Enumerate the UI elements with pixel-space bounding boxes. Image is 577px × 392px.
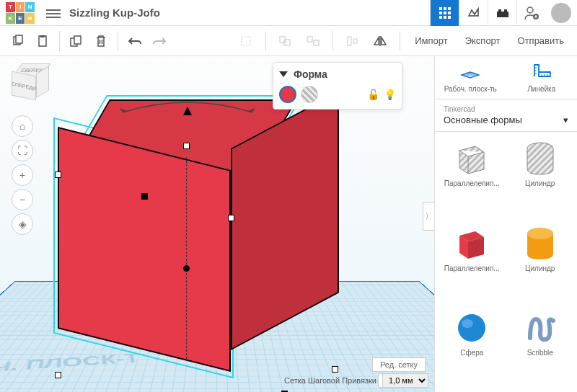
ortho-view-button[interactable]: ◈ xyxy=(12,213,33,235)
svg-rect-26 xyxy=(353,39,357,43)
svg-rect-0 xyxy=(439,7,442,10)
svg-rect-25 xyxy=(348,37,351,45)
shape-cylinder-hole[interactable]: Цилиндр xyxy=(509,138,572,217)
mirror-button[interactable] xyxy=(368,29,392,53)
svg-rect-24 xyxy=(314,40,319,45)
send-button[interactable]: Отправить xyxy=(511,35,571,46)
svg-point-12 xyxy=(527,7,533,13)
resize-handle[interactable] xyxy=(332,366,338,373)
shape-panel-title: Форма xyxy=(294,68,327,80)
resize-handle[interactable] xyxy=(183,143,190,149)
svg-rect-6 xyxy=(439,16,442,19)
svg-rect-1 xyxy=(444,7,446,10)
svg-rect-15 xyxy=(16,35,22,43)
redo-button[interactable] xyxy=(147,29,172,53)
ungroup-button[interactable] xyxy=(301,29,325,53)
svg-rect-10 xyxy=(498,9,501,12)
align-button[interactable] xyxy=(340,29,365,53)
svg-rect-23 xyxy=(307,37,312,42)
edit-grid-button[interactable]: Ред. сетку xyxy=(372,357,426,372)
snap-grid-label: Сетка Шаговой Привязки xyxy=(284,376,376,385)
shape-cylinder-orange[interactable]: Цилиндр xyxy=(509,223,572,302)
tinkercad-logo[interactable]: TINKER xyxy=(6,2,35,24)
svg-rect-16 xyxy=(39,36,46,46)
export-button[interactable]: Экспорт xyxy=(458,35,508,46)
shape-scribble[interactable]: Scribble xyxy=(509,307,572,386)
collapse-icon[interactable] xyxy=(279,71,288,77)
center-handle[interactable] xyxy=(183,265,190,272)
workplane-tool[interactable]: Рабоч. плоск-ть xyxy=(435,56,506,99)
resize-handle[interactable] xyxy=(228,215,234,221)
svg-rect-20 xyxy=(242,37,250,45)
top-bar: TINKER Sizzling Kup-Jofo xyxy=(0,0,577,26)
zoom-in-button[interactable]: + xyxy=(12,164,33,186)
shapes-grid: Параллелепип... Цилиндр Параллелепип... … xyxy=(435,132,577,392)
svg-rect-19 xyxy=(74,36,81,44)
svg-rect-9 xyxy=(497,12,508,17)
hole-button[interactable] xyxy=(301,86,318,103)
menu-icon[interactable] xyxy=(46,7,61,19)
shapes-sidebar: Рабоч. плоск-ть Линейка Tinkercad Основн… xyxy=(434,56,577,392)
svg-point-32 xyxy=(462,319,473,328)
svg-rect-8 xyxy=(448,16,451,19)
resize-handle[interactable] xyxy=(141,193,148,200)
duplicate-button[interactable] xyxy=(64,29,89,53)
svg-rect-2 xyxy=(448,7,451,10)
lightbulb-icon[interactable]: 💡 xyxy=(384,89,396,100)
svg-rect-4 xyxy=(444,12,446,14)
nav-controls: ⌂ ⛶ + − ◈ xyxy=(12,115,33,235)
copy-button[interactable] xyxy=(6,29,30,53)
resize-handle[interactable] xyxy=(55,372,61,378)
solid-color-button[interactable] xyxy=(279,86,296,103)
rotate-arc-icon[interactable] xyxy=(115,98,260,120)
shape-inspector: Форма 🔓 💡 xyxy=(273,62,402,110)
view-cube[interactable]: СВЕРХУ СПЕРЕДИ xyxy=(12,63,52,104)
shape-box-red[interactable]: Параллелепип... xyxy=(441,223,503,302)
svg-point-31 xyxy=(458,314,485,342)
undo-button[interactable] xyxy=(123,29,147,53)
delete-button[interactable] xyxy=(89,29,113,53)
chevron-down-icon: ▾ xyxy=(563,115,568,125)
lock-icon[interactable]: 🔓 xyxy=(367,89,379,100)
svg-rect-7 xyxy=(444,16,446,19)
ruler-tool[interactable]: Линейка xyxy=(506,56,578,99)
toolbar: Импорт Экспорт Отправить xyxy=(0,26,577,56)
snap-grid-select[interactable]: 1,0 мм xyxy=(382,373,428,388)
home-view-button[interactable]: ⌂ xyxy=(12,115,33,137)
svg-rect-5 xyxy=(448,12,451,14)
svg-rect-17 xyxy=(40,35,45,37)
svg-rect-11 xyxy=(504,9,507,12)
selected-cube[interactable] xyxy=(58,99,332,373)
shape-sphere-blue[interactable]: Сфера xyxy=(441,307,503,386)
grid-view-button[interactable] xyxy=(430,0,459,26)
shape-box-hole[interactable]: Параллелепип... xyxy=(441,138,503,217)
paste-button[interactable] xyxy=(30,29,55,53)
shape-category-selector[interactable]: Tinkercad Основные формы▾ xyxy=(435,99,577,132)
group-button[interactable] xyxy=(273,29,298,53)
user-avatar[interactable] xyxy=(551,3,571,23)
minecraft-button[interactable] xyxy=(459,0,488,26)
visibility-button[interactable] xyxy=(234,29,258,53)
svg-point-30 xyxy=(527,228,553,239)
expand-sidebar-button[interactable]: 〉 xyxy=(423,202,434,231)
svg-rect-3 xyxy=(439,12,442,14)
resize-handle[interactable] xyxy=(55,172,61,178)
project-title[interactable]: Sizzling Kup-Jofo xyxy=(69,6,160,19)
import-button[interactable]: Импорт xyxy=(408,35,454,46)
zoom-out-button[interactable]: − xyxy=(12,189,33,210)
add-user-button[interactable] xyxy=(516,0,545,26)
lego-button[interactable] xyxy=(488,0,516,26)
fit-view-button[interactable]: ⛶ xyxy=(12,140,33,161)
